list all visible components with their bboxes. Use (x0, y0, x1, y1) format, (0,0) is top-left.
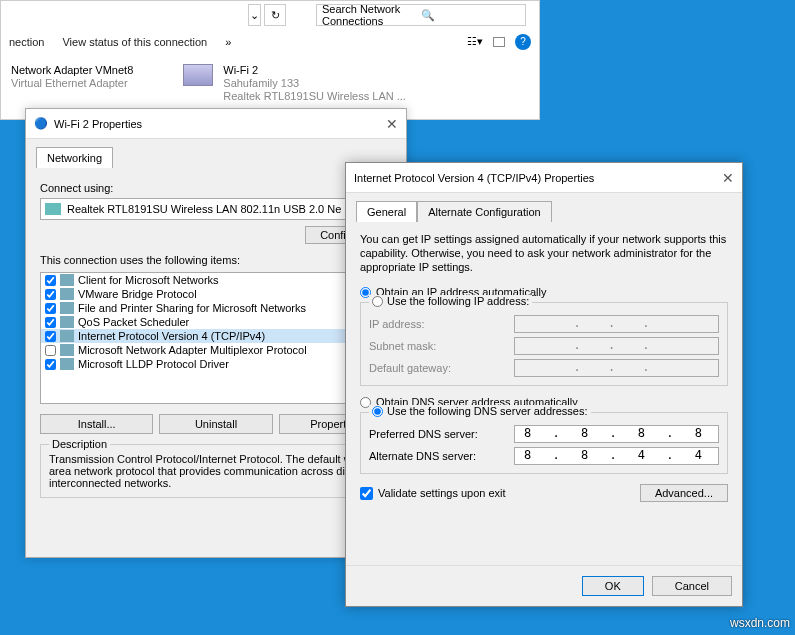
adapter-sub2: Realtek RTL8191SU Wireless LAN ... (223, 90, 406, 103)
chevron-down-icon[interactable]: » (225, 36, 231, 48)
protocol-icon (60, 344, 74, 356)
item-label: Microsoft LLDP Protocol Driver (78, 358, 229, 370)
dropdown-icon[interactable]: ⌄ (248, 4, 261, 26)
cancel-button[interactable]: Cancel (652, 576, 732, 596)
item-checkbox[interactable] (45, 317, 56, 328)
gateway-label: Default gateway: (369, 362, 514, 374)
items-label: This connection uses the following items… (40, 254, 392, 266)
description-group: Description Transmission Control Protoco… (40, 444, 392, 498)
radio-dns-manual[interactable]: Use the following DNS server addresses: (369, 405, 591, 417)
nic-icon (45, 203, 61, 215)
radio-input[interactable] (372, 296, 383, 307)
toolbar-connection[interactable]: nection (9, 36, 44, 48)
titlebar[interactable]: 🔵 Wi-Fi 2 Properties ✕ (26, 109, 406, 139)
close-icon[interactable]: ✕ (722, 170, 734, 186)
item-label: Internet Protocol Version 4 (TCP/IPv4) (78, 330, 265, 342)
protocol-icon (60, 288, 74, 300)
description-text: Transmission Control Protocol/Internet P… (49, 453, 383, 489)
item-checkbox[interactable] (45, 345, 56, 356)
adapter-vmnet8[interactable]: Network Adapter VMnet8 Virtual Ethernet … (6, 62, 536, 105)
search-placeholder: Search Network Connections (322, 3, 421, 27)
ipv4-properties-dialog: Internet Protocol Version 4 (TCP/IPv4) P… (345, 162, 743, 607)
refresh-icon[interactable]: ↻ (264, 4, 286, 26)
item-label: Client for Microsoft Networks (78, 274, 219, 286)
ok-button[interactable]: OK (582, 576, 644, 596)
list-item[interactable]: Microsoft LLDP Protocol Driver (41, 357, 391, 371)
connect-using-label: Connect using: (40, 182, 392, 194)
ip-address-input: . . . (514, 315, 719, 333)
ip-address-label: IP address: (369, 318, 514, 330)
tab-row: General Alternate Configuration (346, 193, 742, 222)
list-item[interactable]: Microsoft Network Adapter Multiplexor Pr… (41, 343, 391, 357)
item-label: Microsoft Network Adapter Multiplexor Pr… (78, 344, 307, 356)
list-item[interactable]: VMware Bridge Protocol (41, 287, 391, 301)
protocol-icon (60, 274, 74, 286)
titlebar[interactable]: Internet Protocol Version 4 (TCP/IPv4) P… (346, 163, 742, 193)
search-icon[interactable]: 🔍 (421, 9, 520, 22)
network-connections-window: Search Network Connections 🔍 ⌄ ↻ nection… (0, 0, 540, 120)
item-checkbox[interactable] (45, 359, 56, 370)
uninstall-button[interactable]: Uninstall (159, 414, 272, 434)
adapter-field[interactable]: Realtek RTL8191SU Wireless LAN 802.11n U… (40, 198, 392, 220)
item-label: VMware Bridge Protocol (78, 288, 197, 300)
ip-group: Use the following IP address: IP address… (360, 302, 728, 386)
validate-checkbox[interactable] (360, 487, 373, 500)
subnet-input: . . . (514, 337, 719, 355)
item-checkbox[interactable] (45, 303, 56, 314)
protocol-icon (60, 302, 74, 314)
item-checkbox[interactable] (45, 331, 56, 342)
explorer-toolbar: nection View status of this connection »… (1, 29, 539, 54)
adapter-sub: Virtual Ethernet Adapter (11, 77, 133, 90)
list-item[interactable]: Internet Protocol Version 4 (TCP/IPv4) (41, 329, 391, 343)
watermark: wsxdn.com (730, 616, 790, 630)
dialog-title: Internet Protocol Version 4 (TCP/IPv4) P… (354, 172, 722, 184)
network-adapter-icon (183, 64, 213, 86)
adapter-sub1: Sahufamily 133 (223, 77, 406, 90)
protocol-icon (60, 330, 74, 342)
protocol-icon (60, 316, 74, 328)
wifi-shield-icon: 🔵 (34, 117, 48, 130)
dialog-footer: OK Cancel (346, 565, 742, 606)
search-input[interactable]: Search Network Connections 🔍 (316, 4, 526, 26)
subnet-label: Subnet mask: (369, 340, 514, 352)
radio-label: Use the following DNS server addresses: (387, 405, 588, 417)
item-label: QoS Packet Scheduler (78, 316, 189, 328)
alt-dns-input[interactable]: 8 . 8 . 4 . 4 (514, 447, 719, 465)
list-item[interactable]: File and Printer Sharing for Microsoft N… (41, 301, 391, 315)
info-text: You can get IP settings assigned automat… (360, 232, 728, 274)
validate-label: Validate settings upon exit (378, 487, 506, 499)
adapter-text: Realtek RTL8191SU Wireless LAN 802.11n U… (67, 203, 341, 215)
close-icon[interactable]: ✕ (386, 116, 398, 132)
tab-alternate[interactable]: Alternate Configuration (417, 201, 552, 222)
view-options-icon[interactable]: ☷▾ (467, 35, 483, 48)
radio-input[interactable] (372, 406, 383, 417)
item-checkbox[interactable] (45, 289, 56, 300)
protocol-icon (60, 358, 74, 370)
adapter-name: Wi-Fi 2 (223, 64, 406, 77)
pref-dns-label: Preferred DNS server: (369, 428, 514, 440)
list-item[interactable]: QoS Packet Scheduler (41, 315, 391, 329)
radio-ip-manual[interactable]: Use the following IP address: (369, 295, 532, 307)
item-checkbox[interactable] (45, 275, 56, 286)
radio-label: Use the following IP address: (387, 295, 529, 307)
dns-group: Use the following DNS server addresses: … (360, 412, 728, 474)
description-legend: Description (49, 438, 110, 450)
tab-general[interactable]: General (356, 201, 417, 222)
toolbar-view-status[interactable]: View status of this connection (62, 36, 207, 48)
gateway-input: . . . (514, 359, 719, 377)
install-button[interactable]: Install... (40, 414, 153, 434)
protocol-list[interactable]: Client for Microsoft NetworksVMware Brid… (40, 272, 392, 404)
pref-dns-input[interactable]: 8 . 8 . 8 . 8 (514, 425, 719, 443)
dialog-title: Wi-Fi 2 Properties (54, 118, 386, 130)
details-pane-icon[interactable] (493, 37, 505, 47)
item-label: File and Printer Sharing for Microsoft N… (78, 302, 306, 314)
tab-networking[interactable]: Networking (36, 147, 113, 168)
alt-dns-label: Alternate DNS server: (369, 450, 514, 462)
help-icon[interactable]: ? (515, 34, 531, 50)
adapter-name: Network Adapter VMnet8 (11, 64, 133, 77)
list-item[interactable]: Client for Microsoft Networks (41, 273, 391, 287)
adapters-panel: Network Adapter VMnet8 Virtual Ethernet … (6, 59, 536, 108)
advanced-button[interactable]: Advanced... (640, 484, 728, 502)
